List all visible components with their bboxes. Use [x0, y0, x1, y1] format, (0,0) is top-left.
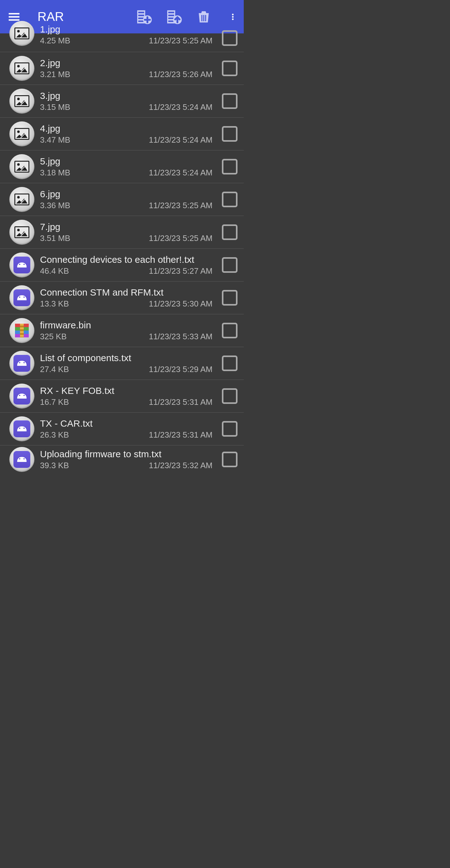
- file-size: 3.36 MB: [40, 201, 70, 210]
- file-checkbox[interactable]: [222, 257, 237, 273]
- file-info: Uploading firmware to stm.txt39.3 KB11/2…: [40, 449, 213, 470]
- file-row[interactable]: Uploading firmware to stm.txt39.3 KB11/2…: [0, 445, 244, 473]
- file-meta: 4.25 MB11/23/23 5:25 AM: [40, 36, 213, 45]
- file-checkbox[interactable]: [222, 93, 237, 109]
- image-icon: [15, 28, 29, 39]
- file-date: 11/23/23 5:26 AM: [149, 70, 213, 79]
- file-info: Connecting devices to each other!.txt46.…: [40, 254, 213, 276]
- svg-rect-7: [168, 11, 174, 13]
- file-name: Uploading firmware to stm.txt: [40, 449, 213, 459]
- file-checkbox[interactable]: [222, 290, 237, 306]
- file-checkbox[interactable]: [222, 421, 237, 437]
- image-icon: [15, 128, 29, 140]
- file-name: 2.jpg: [40, 58, 213, 68]
- file-info: 4.jpg3.47 MB11/23/23 5:24 AM: [40, 123, 213, 145]
- file-checkbox[interactable]: [222, 192, 237, 207]
- file-info: List of components.txt27.4 KB11/23/23 5:…: [40, 353, 213, 374]
- file-checkbox[interactable]: [222, 388, 237, 404]
- file-meta: 3.47 MB11/23/23 5:24 AM: [40, 135, 213, 145]
- file-meta: 13.3 KB11/23/23 5:30 AM: [40, 299, 213, 309]
- file-date: 11/23/23 5:32 AM: [149, 461, 213, 470]
- image-icon: [15, 95, 29, 107]
- file-size: 4.25 MB: [40, 36, 70, 45]
- file-meta: 27.4 KB11/23/23 5:29 AM: [40, 365, 213, 374]
- svg-point-13: [232, 16, 233, 18]
- file-row[interactable]: Connection STM and RFM.txt13.3 KB11/23/2…: [0, 282, 244, 314]
- file-row[interactable]: List of components.txt27.4 KB11/23/23 5:…: [0, 347, 244, 380]
- file-date: 11/23/23 5:30 AM: [149, 299, 213, 309]
- delete-button[interactable]: [195, 8, 213, 26]
- file-checkbox[interactable]: [222, 159, 237, 175]
- file-row[interactable]: 6.jpg3.36 MB11/23/23 5:25 AM: [0, 183, 244, 216]
- archive-extract-icon: [165, 8, 182, 26]
- file-size: 13.3 KB: [40, 299, 69, 309]
- file-name: TX - CAR.txt: [40, 418, 213, 429]
- create-archive-button[interactable]: [135, 8, 152, 26]
- svg-point-14: [232, 18, 233, 20]
- file-date: 11/23/23 5:25 AM: [149, 36, 213, 45]
- file-row[interactable]: TX - CAR.txt26.3 KB11/23/23 5:31 AM: [0, 413, 244, 445]
- file-info: 3.jpg3.15 MB11/23/23 5:24 AM: [40, 91, 213, 112]
- file-checkbox[interactable]: [222, 30, 237, 46]
- file-info: Connection STM and RFM.txt13.3 KB11/23/2…: [40, 287, 213, 309]
- image-icon: [15, 62, 29, 74]
- file-type-icon: [9, 121, 34, 146]
- file-meta: 3.36 MB11/23/23 5:25 AM: [40, 201, 213, 210]
- file-checkbox[interactable]: [222, 452, 237, 467]
- file-meta: 26.3 KB11/23/23 5:31 AM: [40, 430, 213, 440]
- file-meta: 46.4 KB11/23/23 5:27 AM: [40, 266, 213, 276]
- file-type-icon: [9, 383, 34, 409]
- file-size: 16.7 KB: [40, 397, 69, 407]
- file-name: 3.jpg: [40, 91, 213, 101]
- android-icon: [13, 355, 30, 372]
- file-type-icon: [9, 220, 34, 245]
- file-row[interactable]: 2.jpg3.21 MB11/23/23 5:26 AM: [0, 52, 244, 85]
- file-size: 3.51 MB: [40, 234, 70, 243]
- image-icon: [15, 161, 29, 173]
- file-date: 11/23/23 5:25 AM: [149, 201, 213, 210]
- file-checkbox[interactable]: [222, 323, 237, 338]
- file-type-icon: [9, 351, 34, 376]
- file-name: RX - KEY FOB.txt: [40, 385, 213, 396]
- file-type-icon: [9, 318, 34, 343]
- file-type-icon: [9, 416, 34, 441]
- file-type-icon: [9, 447, 34, 472]
- file-row[interactable]: Connecting devices to each other!.txt46.…: [0, 249, 244, 282]
- file-date: 11/23/23 5:31 AM: [149, 397, 213, 407]
- file-checkbox[interactable]: [222, 224, 237, 240]
- file-checkbox[interactable]: [222, 61, 237, 76]
- file-row[interactable]: 3.jpg3.15 MB11/23/23 5:24 AM: [0, 85, 244, 118]
- file-size: 3.15 MB: [40, 102, 70, 112]
- file-name: 7.jpg: [40, 222, 213, 232]
- file-type-icon: [9, 285, 34, 310]
- file-name: 5.jpg: [40, 156, 213, 167]
- file-info: TX - CAR.txt26.3 KB11/23/23 5:31 AM: [40, 418, 213, 440]
- file-info: 2.jpg3.21 MB11/23/23 5:26 AM: [40, 58, 213, 79]
- file-meta: 325 KB11/23/23 5:33 AM: [40, 332, 213, 341]
- file-date: 11/23/23 5:27 AM: [149, 266, 213, 276]
- file-row[interactable]: RX - KEY FOB.txt16.7 KB11/23/23 5:31 AM: [0, 380, 244, 413]
- file-row[interactable]: 5.jpg3.18 MB11/23/23 5:24 AM: [0, 150, 244, 183]
- file-checkbox[interactable]: [222, 126, 237, 142]
- extract-archive-button[interactable]: [165, 8, 182, 26]
- file-row[interactable]: 1.jpg4.25 MB11/23/23 5:25 AM: [0, 33, 244, 52]
- toolbar-actions: [135, 8, 237, 26]
- android-icon: [13, 289, 30, 306]
- file-date: 11/23/23 5:29 AM: [149, 365, 213, 374]
- file-type-icon: [9, 89, 34, 114]
- file-meta: 3.18 MB11/23/23 5:24 AM: [40, 168, 213, 178]
- file-meta: 16.7 KB11/23/23 5:31 AM: [40, 397, 213, 407]
- file-row[interactable]: 7.jpg3.51 MB11/23/23 5:25 AM: [0, 216, 244, 249]
- file-row[interactable]: 4.jpg3.47 MB11/23/23 5:24 AM: [0, 118, 244, 150]
- file-type-icon: [9, 56, 34, 81]
- file-size: 27.4 KB: [40, 365, 69, 374]
- file-info: 7.jpg3.51 MB11/23/23 5:25 AM: [40, 222, 213, 243]
- svg-rect-2: [138, 15, 144, 16]
- file-checkbox[interactable]: [222, 355, 237, 371]
- file-name: List of components.txt: [40, 353, 213, 363]
- file-size: 39.3 KB: [40, 461, 69, 470]
- more-options-button[interactable]: [228, 8, 237, 26]
- file-size: 325 KB: [40, 332, 66, 341]
- file-meta: 3.15 MB11/23/23 5:24 AM: [40, 102, 213, 112]
- file-row[interactable]: firmware.bin325 KB11/23/23 5:33 AM: [0, 314, 244, 347]
